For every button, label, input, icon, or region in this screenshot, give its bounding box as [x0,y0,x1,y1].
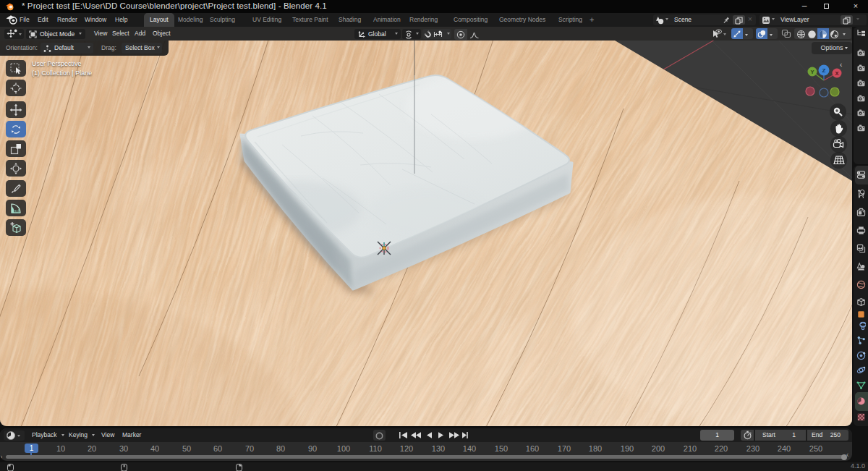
svg-text:Z: Z [822,67,826,74]
svg-text:Y: Y [810,69,814,75]
svg-text:X: X [835,70,838,77]
